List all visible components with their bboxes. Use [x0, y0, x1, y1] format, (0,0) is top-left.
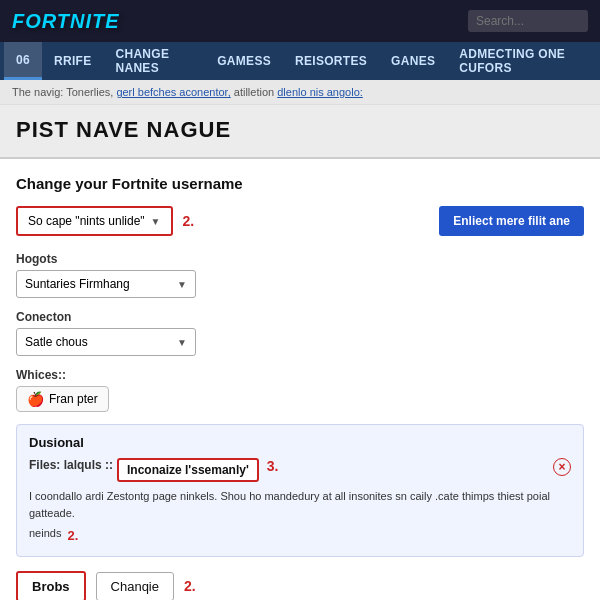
files-row: Files: lalquls :: Inconaize l'ssemanly' …: [29, 458, 571, 482]
chevron-down-icon: ▼: [177, 279, 187, 290]
page-title: PIST NAVE NAGUE: [16, 117, 584, 143]
dropdown-row: So cape "nints unlide" ▼ 2. Enliect mere…: [16, 206, 584, 236]
logo: FORTNITE: [12, 10, 120, 33]
inconaize-box: Inconaize l'ssemanly': [117, 458, 259, 482]
nav-bar: 06 RRIFE CHANGE NANES GAMESS REISORTES G…: [0, 42, 600, 80]
breadcrumb: The navig: Tonerlies, gerl befches acone…: [0, 80, 600, 105]
nav-item-gamess[interactable]: GAMESS: [205, 42, 283, 80]
section-title: Change your Fortnite username: [16, 175, 584, 192]
conecton-select[interactable]: Satle chous ▼: [16, 328, 196, 356]
step2b-label: 2.: [67, 528, 78, 543]
breadcrumb-prefix: The navig: Tonerlies,: [12, 86, 113, 98]
conecton-value: Satle chous: [25, 335, 88, 349]
bottom-buttons: Brobs Chanqie 2.: [16, 571, 584, 601]
step3-label: 3.: [267, 458, 279, 474]
top-bar: FORTNITE: [0, 0, 600, 42]
username-dropdown[interactable]: So cape "nints unlide" ▼: [16, 206, 173, 236]
breadcrumb-link1[interactable]: gerl befches aconentor,: [116, 86, 230, 98]
chevron-down-icon: ▼: [151, 216, 161, 227]
conecton-label: Conecton: [16, 310, 584, 324]
search-input[interactable]: [468, 10, 588, 32]
dusional-title: Dusional: [29, 435, 571, 450]
whices-label: Whices::: [16, 368, 584, 382]
step2c-label: 2.: [184, 578, 196, 594]
info-row2: neinds 2.: [29, 525, 571, 546]
hogots-group: Hogots Suntaries Firmhang ▼: [16, 252, 584, 298]
enliect-button[interactable]: Enliect mere filit ane: [439, 206, 584, 236]
nav-item-rrife[interactable]: RRIFE: [42, 42, 104, 80]
nav-item-admecting[interactable]: ADMECTING ONE CUFORS: [447, 42, 596, 80]
apple-icon: 🍎: [27, 391, 44, 407]
close-button[interactable]: ×: [553, 458, 571, 476]
brobs-button[interactable]: Brobs: [16, 571, 86, 601]
chevron-down-icon: ▼: [177, 337, 187, 348]
files-label: Files: lalquls ::: [29, 458, 113, 472]
dropdown-value: So cape "nints unlide": [28, 214, 145, 228]
chanqie-button[interactable]: Chanqie: [96, 572, 174, 601]
platform-badge: 🍎 Fran pter: [16, 386, 109, 412]
nav-item-ganes[interactable]: GANES: [379, 42, 447, 80]
breadcrumb-link2[interactable]: dlenlo nis angolo:: [277, 86, 363, 98]
hogots-label: Hogots: [16, 252, 584, 266]
info-text-line1: I coondallo ardi Zestontg page ninkels. …: [29, 488, 571, 521]
conecton-group: Conecton Satle chous ▼: [16, 310, 584, 356]
info-text-line2: neinds: [29, 525, 61, 542]
hogots-value: Suntaries Firmhang: [25, 277, 130, 291]
hogots-select[interactable]: Suntaries Firmhang ▼: [16, 270, 196, 298]
main-content: Change your Fortnite username So cape "n…: [0, 159, 600, 600]
step2-label: 2.: [183, 213, 195, 229]
platform-label: Fran pter: [49, 392, 98, 406]
whices-group: Whices:: 🍎 Fran pter: [16, 368, 584, 412]
page-title-area: PIST NAVE NAGUE: [0, 105, 600, 159]
nav-item-reisortes[interactable]: REISORTES: [283, 42, 379, 80]
nav-item-change-nanes[interactable]: CHANGE NANES: [103, 42, 205, 80]
dusional-section: Dusional Files: lalquls :: Inconaize l's…: [16, 424, 584, 557]
nav-item-06[interactable]: 06: [4, 42, 42, 80]
